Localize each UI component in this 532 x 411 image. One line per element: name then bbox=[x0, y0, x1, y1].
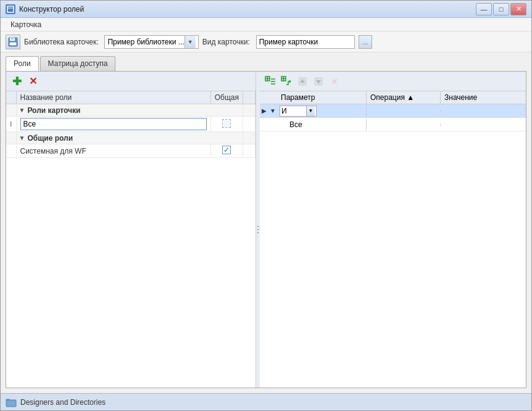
delete-role-button[interactable]: ✕ bbox=[26, 75, 39, 88]
param-header: Параметр bbox=[277, 91, 367, 104]
close-button[interactable]: ✕ bbox=[510, 3, 526, 15]
oper-header[interactable]: Операция ▲ bbox=[367, 91, 441, 104]
checkbox-cell[interactable] bbox=[210, 117, 243, 132]
main-content: ✚ ✕ Название роли Общая bbox=[1, 71, 531, 393]
group-name: Роли карточки bbox=[27, 106, 80, 115]
right-panel-toolbar: ✕ bbox=[260, 72, 526, 91]
right-table-header: Параметр Операция ▲ Значение bbox=[260, 91, 526, 104]
role-name-cell[interactable] bbox=[16, 117, 210, 132]
right-table-body: ▶ ▼ И ▼ bbox=[260, 104, 526, 131]
checkbox-cell[interactable] bbox=[210, 144, 243, 158]
and-row[interactable]: ▶ ▼ И ▼ bbox=[260, 104, 526, 118]
and-value-cell bbox=[441, 110, 526, 112]
add-role-button[interactable]: ✚ bbox=[10, 75, 23, 88]
library-dropdown-btn[interactable]: ▼ bbox=[185, 36, 196, 48]
plus-icon: ✚ bbox=[12, 76, 22, 87]
checkbox-empty[interactable] bbox=[222, 119, 231, 128]
expand-header-cell bbox=[268, 91, 277, 104]
svg-rect-0 bbox=[7, 6, 14, 12]
right-panel: ✕ Параметр Операция ▲ Значение ▶ ▼ bbox=[260, 72, 526, 388]
expand-icon[interactable]: ▼ bbox=[19, 107, 25, 114]
left-panel-toolbar: ✚ ✕ bbox=[6, 72, 256, 91]
system-wf-row[interactable]: Системная для WF bbox=[6, 144, 256, 158]
tab-bar: Роли Матрица доступа bbox=[1, 52, 531, 71]
minimize-button[interactable]: — bbox=[476, 3, 492, 15]
row-indicator bbox=[6, 144, 16, 158]
and-param-cell[interactable]: И ▼ bbox=[277, 104, 367, 118]
value-header: Значение bbox=[441, 91, 526, 104]
window-title: Конструктор ролей bbox=[19, 5, 476, 14]
vse-subrow[interactable]: Все bbox=[260, 118, 526, 131]
add-condition-button[interactable] bbox=[264, 75, 277, 88]
statusbar: Designers and Directories bbox=[1, 393, 531, 410]
restore-button[interactable]: □ bbox=[493, 3, 509, 15]
vse-value-cell bbox=[441, 123, 526, 126]
role-name-input[interactable] bbox=[20, 118, 207, 130]
add-condition-icon bbox=[265, 76, 276, 87]
library-combo: Пример библиотеки ... ▼ bbox=[104, 35, 198, 49]
and-combo-btn[interactable]: ▼ bbox=[306, 106, 315, 116]
vse-editing-row[interactable]: I bbox=[6, 117, 256, 132]
scroll-cell bbox=[243, 132, 256, 144]
status-folder-icon bbox=[6, 397, 17, 408]
delete-condition-button[interactable]: ✕ bbox=[328, 75, 341, 88]
svg-rect-5 bbox=[9, 42, 17, 46]
svg-rect-21 bbox=[6, 400, 16, 407]
view-dropdown[interactable]: Пример карточки bbox=[256, 35, 355, 49]
role-name-cell: Системная для WF bbox=[16, 144, 210, 158]
view-ellipsis-btn[interactable]: ... bbox=[359, 35, 372, 49]
menubar: Карточка bbox=[1, 18, 531, 31]
scroll-cell bbox=[243, 144, 256, 158]
group-label: ▼ Общие роли bbox=[16, 132, 243, 144]
and-oper-cell bbox=[367, 110, 441, 112]
group-indicator bbox=[6, 104, 16, 117]
vse-oper-cell bbox=[367, 123, 441, 126]
move-up-icon bbox=[297, 77, 307, 86]
scroll-cell bbox=[243, 117, 256, 132]
checkbox-checked[interactable] bbox=[222, 146, 231, 154]
card-roles-group-row[interactable]: ▼ Роли карточки bbox=[6, 104, 256, 117]
delete-cond-icon: ✕ bbox=[331, 77, 338, 86]
window-icon bbox=[6, 4, 15, 14]
group-name: Общие роли bbox=[27, 134, 73, 143]
tab-access-matrix[interactable]: Матрица доступа bbox=[40, 56, 116, 71]
vse-param-cell: Все bbox=[277, 119, 367, 130]
indicator-header bbox=[6, 91, 16, 104]
divider-dot-2 bbox=[257, 229, 259, 230]
titlebar: Конструктор ролей — □ ✕ bbox=[1, 1, 531, 18]
and-combo[interactable]: И ▼ bbox=[280, 106, 317, 117]
common-roles-group-row[interactable]: ▼ Общие роли bbox=[6, 132, 256, 144]
row-indicator: I bbox=[6, 117, 16, 132]
status-text: Designers and Directories bbox=[20, 398, 106, 407]
folder-icon bbox=[6, 397, 17, 408]
divider-dot-1 bbox=[257, 226, 259, 227]
menu-item-card[interactable]: Карточка bbox=[6, 19, 46, 30]
move-up-button[interactable] bbox=[296, 75, 309, 88]
save-button[interactable] bbox=[6, 35, 20, 49]
view-label: Вид карточки: bbox=[202, 38, 250, 46]
svg-rect-4 bbox=[11, 38, 14, 39]
library-label: Библиотека карточек: bbox=[24, 38, 98, 46]
toolbar: Библиотека карточек: Пример библиотеки .… bbox=[1, 31, 531, 52]
tab-roles[interactable]: Роли bbox=[6, 56, 39, 71]
group-scroll-cell bbox=[243, 104, 256, 117]
expand-icon[interactable]: ▼ bbox=[19, 135, 25, 141]
window-controls: — □ ✕ bbox=[476, 3, 526, 15]
group-indicator bbox=[6, 132, 16, 144]
add-sub-condition-button[interactable] bbox=[280, 75, 293, 88]
row-arrow-cell: ▶ bbox=[260, 107, 268, 114]
main-window: Конструктор ролей — □ ✕ Карточка Библиот… bbox=[0, 0, 532, 411]
divider-dot-3 bbox=[257, 232, 259, 233]
move-down-icon bbox=[314, 77, 323, 86]
view-value: Пример карточки bbox=[259, 38, 352, 46]
scroll-header bbox=[243, 91, 256, 104]
view-combo: Пример карточки ... bbox=[256, 35, 372, 49]
row-expand-cell[interactable]: ▼ bbox=[268, 107, 277, 114]
library-dropdown[interactable]: Пример библиотеки ... ▼ bbox=[104, 35, 198, 49]
move-down-button[interactable] bbox=[312, 75, 325, 88]
delete-icon: ✕ bbox=[29, 77, 37, 86]
roles-table: Название роли Общая ▼ bbox=[6, 91, 256, 388]
role-name-header: Название роли bbox=[16, 91, 210, 104]
add-sub-icon bbox=[281, 76, 292, 87]
group-label: ▼ Роли карточки bbox=[16, 104, 243, 117]
